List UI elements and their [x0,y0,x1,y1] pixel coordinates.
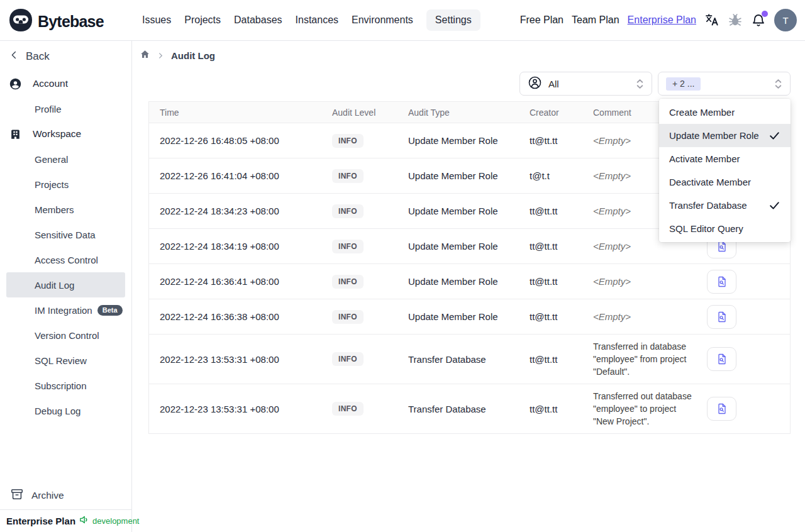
table-row: 2022-12-24 16:36:41 +08:00 INFO Update M… [149,264,790,299]
enterprise-plan-link[interactable]: Enterprise Plan [628,14,696,26]
sidebar-item-subscription[interactable]: Subscription [0,373,131,398]
audit-type-cell: Update Member Role [397,135,519,146]
sidebar-item-profile[interactable]: Profile [0,96,131,121]
menu-item-sql-editor-query[interactable]: SQL Editor Query [659,217,791,240]
menu-item-deactivate-member[interactable]: Deactivate Member [659,170,791,194]
language-switch-icon[interactable] [704,13,719,28]
sidebar-item-projects[interactable]: Projects [0,172,131,197]
breadcrumb-current: Audit Log [171,50,215,61]
check-icon [769,199,780,211]
comment-cell: <Empty> [582,276,696,287]
user-circle-icon [9,77,22,91]
section-title: Account [33,78,68,89]
menu-item-label: Update Member Role [669,130,759,141]
home-icon[interactable] [140,49,150,62]
comment-cell: Transferred in database "employee" from … [582,340,696,379]
archive-button[interactable]: Archive [0,483,131,508]
top-navbar: Bytebase Issues Projects Databases Insta… [0,0,805,41]
bug-report-icon[interactable] [728,13,743,28]
audit-level-badge: INFO [332,275,364,289]
creator-filter-select[interactable]: All [519,72,652,96]
plan-footer: Enterprise Plan development [0,509,131,532]
comment-cell: <Empty> [582,241,696,252]
select-caret-icon [774,78,782,90]
nav-item-settings[interactable]: Settings [426,9,480,31]
creator-cell: tt@tt.tt [519,354,582,365]
breadcrumb: Audit Log [140,49,215,62]
table-row: 2022-12-24 16:36:38 +08:00 INFO Update M… [149,299,790,335]
view-detail-button[interactable] [707,397,736,421]
chevron-left-icon [9,50,19,63]
sidebar-item-version-control[interactable]: Version Control [0,323,131,348]
section-title: Workspace [33,128,81,140]
back-button[interactable]: Back [0,46,131,67]
audit-level-badge: INFO [332,204,364,218]
audit-type-filter-value: + 2 ... [666,77,701,91]
creator-cell: tt@tt.tt [519,241,582,252]
menu-item-update-member-role[interactable]: Update Member Role [659,124,791,147]
sidebar-item-audit-log[interactable]: Audit Log [6,272,125,297]
sidebar-section-account: Account [0,71,131,96]
audit-type-cell: Update Member Role [397,311,519,322]
menu-item-activate-member[interactable]: Activate Member [659,147,791,170]
comment-cell: <Empty> [582,311,696,322]
menu-item-label: SQL Editor Query [669,223,743,234]
view-detail-button[interactable] [707,270,736,294]
settings-sidebar: Back Account Profile Workspace General P… [0,41,132,532]
time-cell: 2022-12-26 16:41:04 +08:00 [149,170,321,181]
creator-filter-value: All [548,79,559,89]
nav-item-environments[interactable]: Environments [352,14,413,26]
time-cell: 2022-12-24 18:34:23 +08:00 [149,206,321,216]
column-header-time: Time [149,108,321,118]
creator-cell: tt@tt.tt [519,135,582,146]
menu-item-label: Deactivate Member [669,177,751,187]
time-cell: 2022-12-24 16:36:41 +08:00 [149,276,321,287]
breadcrumb-chevron-right-icon [157,50,164,62]
time-cell: 2022-12-26 16:48:05 +08:00 [149,135,321,146]
nav-item-databases[interactable]: Databases [234,14,282,26]
audit-level-badge: INFO [332,134,364,148]
nav-item-issues[interactable]: Issues [142,14,171,26]
beta-badge: Beta [97,305,123,316]
sidebar-nav: Account Profile Workspace General Projec… [0,71,131,423]
user-avatar[interactable]: T [774,9,797,31]
free-plan-link[interactable]: Free Plan [520,14,564,26]
sidebar-item-sensitive-data[interactable]: Sensitive Data [0,222,131,247]
view-detail-button[interactable] [707,347,736,371]
menu-item-transfer-database[interactable]: Transfer Database [659,194,791,217]
time-cell: 2022-12-24 18:34:19 +08:00 [149,241,321,252]
nav-item-projects[interactable]: Projects [184,14,221,26]
team-plan-link[interactable]: Team Plan [572,14,619,26]
menu-item-label: Create Member [669,107,735,118]
audit-level-badge: INFO [332,169,364,183]
sidebar-item-members[interactable]: Members [0,197,131,222]
notification-dot [762,11,768,17]
sidebar-item-general[interactable]: General [0,147,131,172]
archive-icon [10,487,24,504]
notifications-bell-icon[interactable] [751,13,766,28]
creator-cell: tt@tt.tt [519,276,582,287]
creator-cell: tt@tt.tt [519,311,582,322]
table-row: 2022-12-23 13:53:31 +08:00 INFO Transfer… [149,335,790,384]
audit-type-cell: Update Member Role [397,170,519,181]
bytebase-logo-icon [8,8,33,35]
creator-cell: tt@tt.tt [519,404,582,414]
current-plan-label: Enterprise Plan [6,516,75,526]
sidebar-item-im-integration[interactable]: IM Integration Beta [0,297,131,323]
bytebase-logo[interactable]: Bytebase [8,8,104,35]
im-integration-label: IM Integration [35,305,92,316]
audit-level-badge: INFO [332,402,364,416]
check-icon [769,130,780,141]
column-header-type: Audit Type [397,108,519,118]
menu-item-create-member[interactable]: Create Member [659,101,791,124]
sidebar-item-access-control[interactable]: Access Control [0,247,131,272]
view-detail-button[interactable] [707,305,736,329]
audit-type-cell: Transfer Database [397,354,519,365]
nav-item-instances[interactable]: Instances [296,14,338,26]
sidebar-item-sql-review[interactable]: SQL Review [0,348,131,373]
sidebar-item-debug-log[interactable]: Debug Log [0,398,131,423]
audit-level-badge: INFO [332,352,364,366]
user-circle-outline-icon [528,75,542,92]
comment-cell: Transferred out database "employee" to p… [582,390,696,428]
audit-type-filter-select[interactable]: + 2 ... [658,72,791,96]
